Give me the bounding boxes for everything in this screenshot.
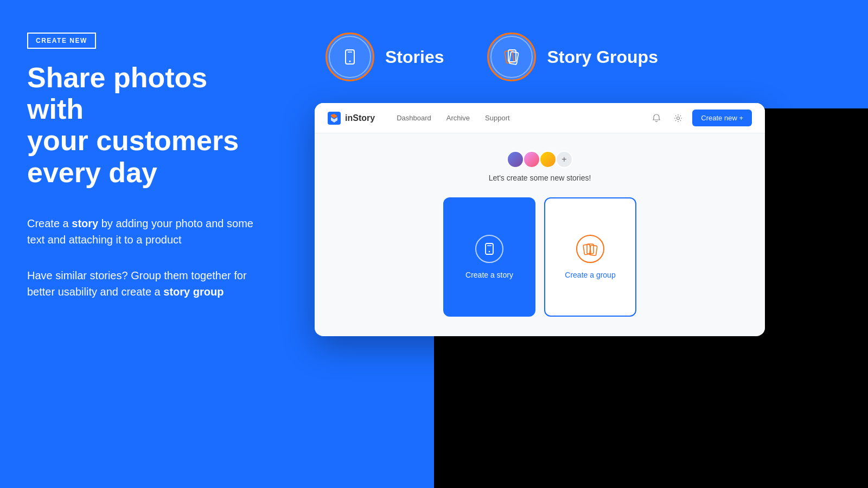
main-headline: Share photos with your customers every d… <box>27 62 266 188</box>
stories-icon-item: Stories <box>326 33 444 81</box>
group-card-icon <box>576 235 604 263</box>
stories-label: Stories <box>385 47 444 67</box>
create-story-label: Create a story <box>465 271 513 279</box>
story-groups-icon-item: Story Groups <box>487 33 658 81</box>
svg-point-10 <box>489 251 490 253</box>
story-card-icon <box>475 235 503 263</box>
svg-point-2 <box>349 61 351 62</box>
description-story: Create a story by adding your photo and … <box>27 215 266 248</box>
svg-rect-5 <box>509 52 519 65</box>
story-groups-circle-icon <box>487 33 536 81</box>
svg-rect-0 <box>346 50 354 64</box>
create-group-label: Create a group <box>565 271 615 279</box>
app-window: inStory Dashboard Archive Support <box>315 103 765 336</box>
gear-icon[interactable] <box>671 111 686 126</box>
nav-actions: Create new + <box>649 110 752 126</box>
create-group-card[interactable]: Create a group <box>544 197 636 317</box>
app-logo: inStory <box>328 112 375 125</box>
stories-subtitle: Let's create some new stories! <box>336 174 743 182</box>
nav-dashboard[interactable]: Dashboard <box>397 114 431 122</box>
create-new-button[interactable]: Create new + <box>692 110 752 126</box>
create-new-badge: CREATE NEW <box>27 33 96 49</box>
description-group: Have similar stories? Group them togethe… <box>27 267 266 300</box>
svg-point-7 <box>677 117 680 119</box>
story-avatars: + <box>336 151 743 168</box>
svg-rect-8 <box>486 243 493 254</box>
icons-row: Stories Story Groups <box>315 33 846 81</box>
app-content: + Let's create some new stories! <box>315 133 765 334</box>
stories-circle-icon <box>326 33 374 81</box>
avatar-3 <box>539 151 557 168</box>
cards-row: Create a story Create a group <box>336 197 743 317</box>
app-navbar: inStory Dashboard Archive Support <box>315 103 765 133</box>
nav-support[interactable]: Support <box>485 114 510 122</box>
avatar-1 <box>507 151 524 168</box>
svg-rect-4 <box>508 50 516 62</box>
nav-links: Dashboard Archive Support <box>397 114 649 122</box>
story-groups-label: Story Groups <box>547 47 658 67</box>
bell-icon[interactable] <box>649 111 664 126</box>
avatar-add[interactable]: + <box>556 151 573 168</box>
create-story-card[interactable]: Create a story <box>443 197 535 317</box>
nav-archive[interactable]: Archive <box>446 114 470 122</box>
svg-rect-3 <box>505 50 514 63</box>
avatar-2 <box>523 151 540 168</box>
